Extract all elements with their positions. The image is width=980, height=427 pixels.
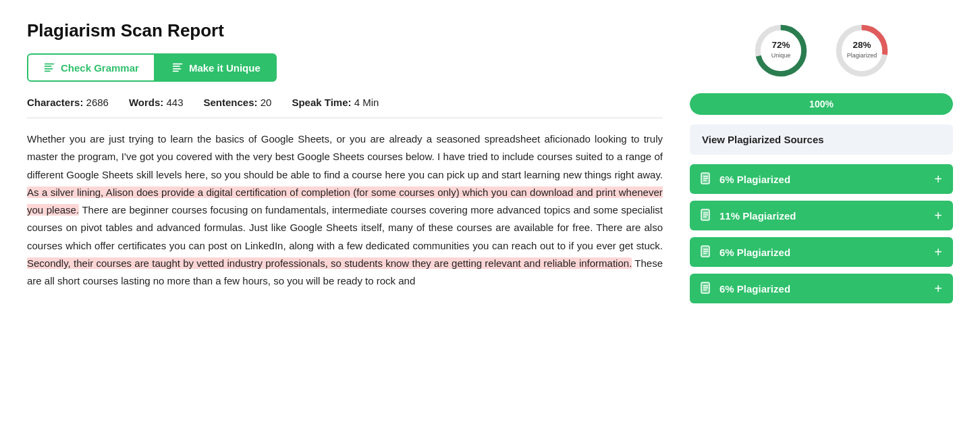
score-circles: 72% Unique 28% Plagiarized (690, 20, 953, 81)
doc-icon-1 (701, 209, 713, 222)
sentences-stat: Sentences: 20 (204, 97, 272, 108)
speak-time-stat: Speak Time: 4 Min (292, 97, 379, 108)
view-sources-box[interactable]: View Plagiarized Sources (690, 124, 953, 155)
make-unique-button[interactable]: Make it Unique (155, 53, 277, 82)
svg-text:Unique: Unique (771, 52, 791, 59)
svg-rect-4 (173, 64, 182, 65)
doc-icon-3 (701, 282, 713, 295)
plagiarism-item-0[interactable]: 6% Plagiarized + (690, 164, 953, 194)
grammar-icon (43, 61, 55, 74)
svg-text:Plagiarized: Plagiarized (847, 52, 877, 59)
page-title: Plagiarism Scan Report (27, 20, 663, 41)
expand-icon-1[interactable]: + (934, 209, 942, 222)
expand-icon-0[interactable]: + (934, 172, 942, 186)
highlighted-text-2: Secondly, their courses are taught by ve… (27, 257, 632, 269)
progress-bar-container: 100% (690, 93, 953, 115)
item-2-label: 6% Plagiarized (719, 247, 790, 258)
svg-text:72%: 72% (771, 40, 790, 50)
item-0-label: 6% Plagiarized (719, 174, 790, 185)
check-grammar-button[interactable]: Check Grammar (27, 53, 155, 82)
plagiarized-donut: 28% Plagiarized (832, 20, 892, 81)
content-text-2: There are beginner courses focusing on f… (27, 204, 663, 251)
svg-text:28%: 28% (852, 40, 871, 50)
plagiarism-item-3[interactable]: 6% Plagiarized + (690, 274, 953, 303)
characters-stat: Characters: 2686 (27, 97, 109, 108)
progress-bar-fill: 100% (690, 93, 953, 115)
plagiarism-item-1[interactable]: 11% Plagiarized + (690, 201, 953, 230)
plagiarized-circle: 28% Plagiarized (832, 20, 892, 81)
unique-icon (171, 61, 184, 74)
doc-icon-2 (701, 245, 713, 259)
expand-icon-3[interactable]: + (934, 282, 942, 295)
doc-icon-0 (701, 172, 713, 186)
svg-rect-5 (173, 66, 180, 67)
item-1-label: 11% Plagiarized (719, 210, 796, 222)
unique-label: Make it Unique (189, 62, 261, 74)
item-3-label: 6% Plagiarized (719, 283, 790, 295)
plagiarism-items-list: 6% Plagiarized + 11% Plagiarized + (690, 164, 953, 303)
words-stat: Words: 443 (129, 97, 184, 108)
svg-rect-6 (173, 68, 182, 70)
svg-rect-0 (45, 64, 54, 65)
svg-rect-3 (45, 71, 51, 72)
unique-circle: 72% Unique (751, 20, 811, 81)
grammar-label: Check Grammar (61, 62, 139, 74)
content-text-1: Whether you are just trying to learn the… (27, 133, 663, 180)
unique-donut: 72% Unique (751, 20, 811, 81)
svg-rect-1 (45, 66, 52, 67)
expand-icon-2[interactable]: + (934, 245, 942, 259)
svg-rect-7 (173, 71, 179, 72)
plagiarism-item-2[interactable]: 6% Plagiarized + (690, 237, 953, 267)
svg-rect-2 (45, 68, 53, 70)
content-body: Whether you are just trying to learn the… (27, 130, 663, 290)
